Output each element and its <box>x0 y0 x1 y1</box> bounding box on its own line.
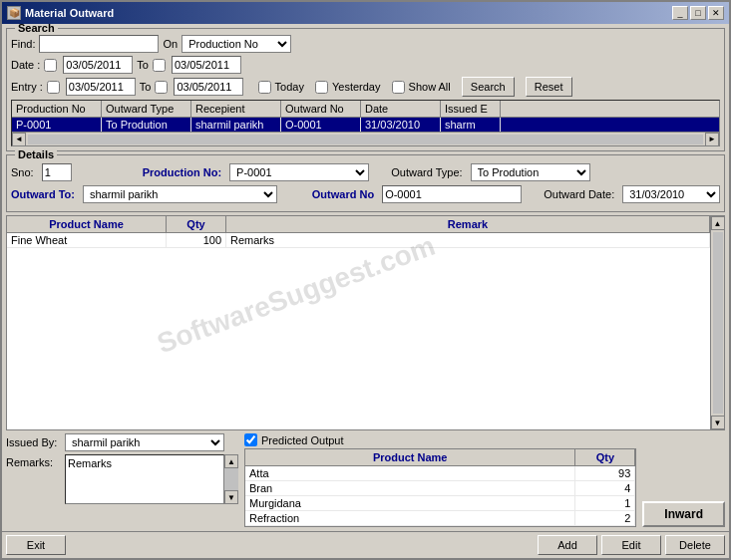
window-title: Material Outward <box>25 7 114 19</box>
search-button[interactable]: Search <box>462 77 515 97</box>
predicted-row-0[interactable]: Atta 93 <box>245 466 635 481</box>
outward-type-label: Outward Type: <box>391 166 462 178</box>
remarks-scroll-up[interactable]: ▲ <box>224 454 238 468</box>
remarks-textarea[interactable]: Remarks <box>65 454 224 504</box>
entry-label: Entry : <box>11 81 43 93</box>
predicted-cell-name-2: Murgidana <box>245 496 575 510</box>
col-production-no: Production No <box>12 101 102 117</box>
details-group: Details Sno: Production No: P-0001 Outwa… <box>6 154 725 212</box>
scroll-down-btn[interactable]: ▼ <box>711 416 725 429</box>
predicted-grid: Product Name Qty Atta 93 Bran 4 Murgidan… <box>244 448 636 527</box>
col-issued: Issued E <box>441 101 501 117</box>
remarks-label: Remarks: <box>6 454 61 468</box>
cell-outward-no: O-0001 <box>281 118 361 132</box>
main-window: 📦 Material Outward _ □ ✕ Search Find: On… <box>0 0 731 560</box>
production-no-label: Production No: <box>143 166 221 178</box>
inward-button[interactable]: Inward <box>642 501 725 527</box>
product-col-name: Product Name <box>7 216 167 232</box>
search-group-title: Search <box>15 24 58 34</box>
today-checkbox[interactable] <box>258 81 271 94</box>
maximize-button[interactable]: □ <box>690 6 706 20</box>
predicted-cell-qty-0: 93 <box>575 466 635 480</box>
delete-button[interactable]: Delete <box>665 535 725 555</box>
outward-to-select[interactable]: sharmil parikh <box>83 185 277 203</box>
cell-issued: sharm <box>441 118 501 132</box>
date-to-checkbox[interactable] <box>153 59 166 72</box>
outward-to-label: Outward To: <box>11 188 75 200</box>
predicted-cell-name-0: Atta <box>245 466 575 480</box>
date-from-checkbox[interactable] <box>44 59 57 72</box>
entry-from-input[interactable] <box>66 78 136 96</box>
date-from-input[interactable] <box>63 56 133 74</box>
scroll-up-btn[interactable]: ▲ <box>711 216 725 230</box>
predicted-output-checkbox[interactable] <box>244 433 257 446</box>
entry-to-checkbox[interactable] <box>155 81 168 94</box>
entry-to-input[interactable] <box>174 78 243 96</box>
exit-button[interactable]: Exit <box>6 535 66 555</box>
predicted-col-qty: Qty <box>575 449 635 465</box>
issued-by-select[interactable]: sharmil parikh <box>65 433 224 451</box>
title-bar: 📦 Material Outward _ □ ✕ <box>2 2 729 24</box>
product-cell-name: Fine Wheat <box>7 233 167 247</box>
predicted-cell-qty-2: 1 <box>575 496 635 510</box>
scroll-left-btn[interactable]: ◄ <box>12 133 26 146</box>
product-grid-vscrollbar[interactable]: ▲ ▼ <box>710 216 724 429</box>
sno-input[interactable] <box>42 163 72 181</box>
find-input[interactable] <box>39 35 159 53</box>
predicted-row-1[interactable]: Bran 4 <box>245 481 635 496</box>
sno-label: Sno: <box>11 166 34 178</box>
col-date: Date <box>361 101 441 117</box>
predicted-cell-name-1: Bran <box>245 481 575 495</box>
predicted-col-name: Product Name <box>245 449 575 465</box>
remarks-scroll-track <box>224 468 238 490</box>
show-all-label: Show All <box>409 81 451 93</box>
product-row[interactable]: Fine Wheat 100 Remarks <box>7 233 710 248</box>
add-button[interactable]: Add <box>538 535 597 555</box>
scroll-v-track[interactable] <box>713 232 723 414</box>
search-grid-hscrollbar[interactable]: ◄ ► <box>12 132 719 145</box>
show-all-checkbox[interactable] <box>392 81 405 94</box>
predicted-row-3[interactable]: Refraction 2 <box>245 511 635 526</box>
today-label: Today <box>275 81 304 93</box>
outward-date-select[interactable]: 31/03/2010 <box>622 185 720 203</box>
predicted-output-label: Predicted Output <box>261 434 344 446</box>
remarks-scroll-down[interactable]: ▼ <box>224 490 238 504</box>
col-outward-type: Outward Type <box>102 101 191 117</box>
search-grid-header: Production No Outward Type Recepient Out… <box>12 101 719 118</box>
cell-outward-type: To Prodution <box>102 118 191 132</box>
date-label: Date : <box>11 59 40 71</box>
title-controls: _ □ ✕ <box>672 6 724 20</box>
reset-button[interactable]: Reset <box>526 77 572 97</box>
search-grid-row[interactable]: P-0001 To Prodution sharmil parikh O-000… <box>12 118 719 132</box>
footer-bar: Exit Add Edit Delete <box>2 531 729 558</box>
date-to-label: To <box>137 59 149 71</box>
window-icon: 📦 <box>7 6 21 20</box>
predicted-row-2[interactable]: Murgidana 1 <box>245 496 635 511</box>
product-cell-remark: Remarks <box>226 233 710 247</box>
col-outward-no: Outward No <box>281 101 361 117</box>
outward-type-select[interactable]: To Prodution <box>471 163 590 181</box>
close-button[interactable]: ✕ <box>708 6 724 20</box>
col-recepient: Recepient <box>191 101 281 117</box>
entry-from-checkbox[interactable] <box>47 81 60 94</box>
search-grid: Production No Outward Type Recepient Out… <box>11 100 720 146</box>
production-no-select[interactable]: P-0001 <box>229 163 369 181</box>
date-to-input[interactable] <box>172 56 241 74</box>
entry-to-label: To <box>140 81 152 93</box>
minimize-button[interactable]: _ <box>672 6 688 20</box>
product-col-qty: Qty <box>167 216 226 232</box>
details-group-title: Details <box>15 148 57 160</box>
predicted-cell-qty-3: 2 <box>575 511 635 525</box>
cell-prod-no: P-0001 <box>12 118 102 132</box>
find-label: Find: <box>11 38 35 50</box>
on-select[interactable]: Production No <box>182 35 291 53</box>
outward-no-input[interactable] <box>382 185 522 203</box>
yesterday-checkbox[interactable] <box>315 81 328 94</box>
issued-by-label: Issued By: <box>6 436 61 448</box>
product-col-remark: Remark <box>226 216 710 232</box>
edit-button[interactable]: Edit <box>601 535 661 555</box>
predicted-grid-header: Product Name Qty <box>245 449 635 466</box>
scroll-right-btn[interactable]: ► <box>705 133 719 146</box>
scroll-track[interactable] <box>28 135 703 144</box>
cell-recepient: sharmil parikh <box>191 118 281 132</box>
